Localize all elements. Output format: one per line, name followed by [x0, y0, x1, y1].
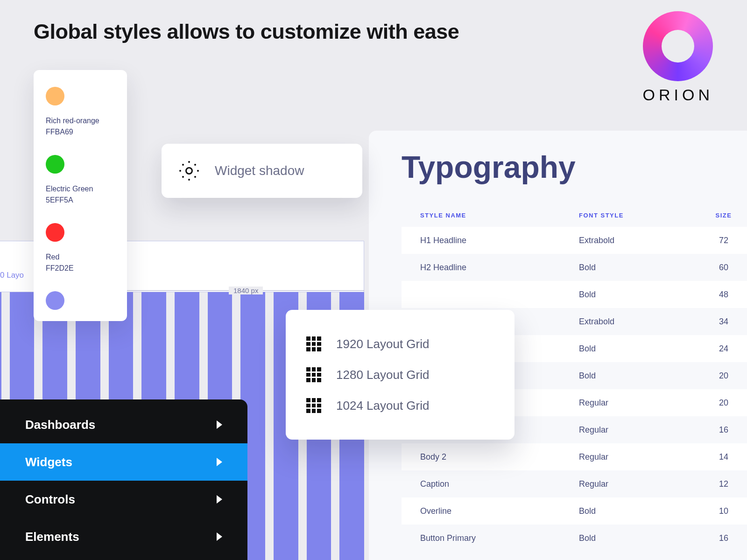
cell-size: 60	[691, 263, 747, 273]
cell-style: Overline	[420, 506, 579, 516]
layout-grid-item[interactable]: 1920 Layout Grid	[306, 329, 494, 359]
color-swatch-card: Rich red-orange FFBA69 Electric Green 5E…	[34, 70, 127, 321]
widget-shadow-card[interactable]: Widget shadow	[162, 144, 362, 198]
cell-size: 72	[691, 236, 747, 245]
swatch-hex: 5EFF5A	[46, 196, 115, 204]
table-row[interactable]: Bold 48	[402, 281, 747, 308]
cell-font: Bold	[579, 506, 691, 516]
swatch-dot-icon	[46, 291, 64, 310]
swatch-dot-icon	[46, 155, 64, 174]
brand-logo: ORION	[643, 11, 713, 104]
table-row[interactable]: H1 Headline Extrabold 72	[402, 227, 747, 254]
grid-icon	[306, 336, 321, 351]
nav-label: Elements	[25, 530, 79, 544]
cell-font: Bold	[579, 344, 691, 354]
layout-grid-item[interactable]: 1024 Layout Grid	[306, 390, 494, 421]
grid-icon	[306, 367, 321, 382]
swatch-hex: FFBA69	[46, 128, 115, 136]
swatch-name: Red	[46, 253, 115, 261]
cell-font: Regular	[579, 425, 691, 435]
cell-font: Extrabold	[579, 317, 691, 327]
typography-title: Typography	[402, 149, 747, 185]
color-swatch[interactable]: Rich red-orange FFBA69	[46, 87, 115, 136]
layout-grid-label: 1920 Layout Grid	[336, 337, 429, 351]
cell-font: Bold	[579, 290, 691, 300]
nav-item-dashboards[interactable]: Dashboards	[0, 406, 247, 443]
nav-item-elements[interactable]: Elements	[0, 518, 247, 555]
canvas-width-label: 1840 px	[229, 287, 263, 294]
cell-font: Bold	[579, 263, 691, 273]
table-row[interactable]: Caption Regular 12	[402, 470, 747, 497]
layout-grid-item[interactable]: 1280 Layout Grid	[306, 359, 494, 390]
col-font-style: FONT STYLE	[579, 212, 691, 219]
color-swatch[interactable]: Electric Green 5EFF5A	[46, 155, 115, 204]
brand-name: ORION	[643, 86, 713, 104]
cell-style: Button Primary	[420, 533, 579, 543]
cell-size: 10	[691, 506, 747, 516]
page-title: Global styles allows to customize with e…	[34, 20, 459, 44]
orion-ring-icon	[643, 11, 713, 81]
table-row[interactable]: H2 Headline Bold 60	[402, 254, 747, 281]
chevron-right-icon	[217, 495, 222, 504]
cell-style: H1 Headline	[420, 236, 579, 245]
cell-size: 12	[691, 479, 747, 489]
chevron-right-icon	[217, 532, 222, 541]
cell-font: Regular	[579, 398, 691, 408]
col-style-name: STYLE NAME	[420, 212, 579, 219]
cell-font: Bold	[579, 533, 691, 543]
layout-grid-label: 1280 Layout Grid	[336, 368, 429, 382]
color-swatch[interactable]: Red FF2D2E	[46, 223, 115, 273]
cell-style: H2 Headline	[420, 263, 579, 273]
grid-icon	[306, 398, 321, 413]
nav-label: Dashboards	[25, 418, 95, 432]
col-size: SIZE	[691, 212, 747, 219]
cell-style: Caption	[420, 479, 579, 489]
canvas-partial-label: 0 Layo	[0, 271, 24, 280]
swatch-dot-icon	[46, 223, 64, 242]
cell-size: 20	[691, 371, 747, 381]
nav-item-controls[interactable]: Controls	[0, 481, 247, 518]
swatch-hex: FF2D2E	[46, 264, 115, 273]
cell-font: Extrabold	[579, 236, 691, 245]
cell-font: Regular	[579, 479, 691, 489]
cell-size: 24	[691, 344, 747, 354]
nav-item-widgets[interactable]: Widgets	[0, 443, 247, 481]
swatch-name: Rich red-orange	[46, 117, 115, 125]
nav-label: Widgets	[25, 455, 72, 469]
sidebar-nav: Dashboards Widgets Controls Elements	[0, 399, 247, 560]
cell-font: Regular	[579, 452, 691, 462]
swatch-name: Electric Green	[46, 185, 115, 193]
layout-grid-list-card: 1920 Layout Grid 1280 Layout Grid 1024 L…	[286, 310, 514, 440]
cell-size: 16	[691, 533, 747, 543]
table-row[interactable]: Overline Bold 10	[402, 497, 747, 525]
color-swatch[interactable]	[46, 291, 115, 310]
widget-shadow-label: Widget shadow	[215, 163, 304, 178]
cell-font: Bold	[579, 371, 691, 381]
brightness-icon	[179, 161, 199, 181]
cell-size: 16	[691, 425, 747, 435]
cell-size: 34	[691, 317, 747, 327]
table-row[interactable]: Button Primary Bold 16	[402, 525, 747, 552]
layout-grid-label: 1024 Layout Grid	[336, 399, 429, 413]
cell-style: Body 2	[420, 452, 579, 462]
swatch-dot-icon	[46, 87, 64, 105]
chevron-right-icon	[217, 458, 222, 466]
cell-size: 48	[691, 290, 747, 300]
cell-size: 20	[691, 398, 747, 408]
chevron-right-icon	[217, 420, 222, 429]
table-header-row: STYLE NAME FONT STYLE SIZE	[402, 203, 747, 227]
nav-label: Controls	[25, 492, 75, 507]
table-row[interactable]: Body 2 Regular 14	[402, 443, 747, 470]
cell-size: 14	[691, 452, 747, 462]
